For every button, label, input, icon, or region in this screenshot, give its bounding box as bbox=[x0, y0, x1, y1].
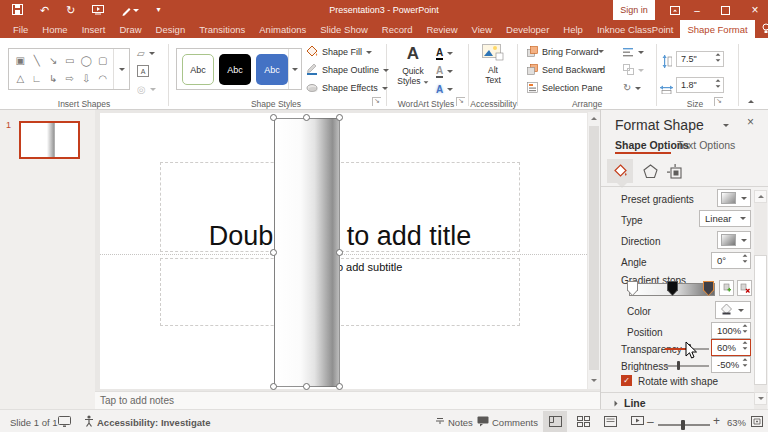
notes-toggle[interactable]: Notes bbox=[448, 417, 473, 428]
shape-styles-more-button[interactable] bbox=[288, 49, 301, 89]
shape-rectangle-icon[interactable]: ▭ bbox=[62, 51, 79, 69]
save-icon[interactable] bbox=[12, 4, 23, 17]
panel-scroll-up-icon[interactable] bbox=[754, 190, 767, 203]
rotate-button[interactable]: ↻ bbox=[623, 81, 641, 95]
collapse-ribbon-icon[interactable] bbox=[748, 100, 754, 103]
brightness-spinner[interactable] bbox=[742, 358, 748, 367]
shape-style-preset-3[interactable]: Abc bbox=[256, 54, 288, 85]
shape-handle-top-middle[interactable] bbox=[303, 114, 310, 121]
shape-triangle-icon[interactable]: △ bbox=[12, 69, 29, 87]
panel-close-icon[interactable]: × bbox=[747, 115, 754, 129]
shape-width-input[interactable]: 1.8" bbox=[676, 77, 724, 93]
type-dropdown[interactable]: Linear bbox=[699, 210, 751, 227]
normal-view-button[interactable] bbox=[543, 411, 567, 432]
undo-icon[interactable]: ↶ bbox=[40, 5, 49, 16]
tab-developer[interactable]: Developer bbox=[499, 20, 556, 38]
text-fill-button[interactable]: A bbox=[436, 46, 453, 60]
angle-spinner[interactable] bbox=[742, 254, 748, 263]
shape-outline-button[interactable]: Shape Outline bbox=[306, 63, 389, 77]
size-dialog-launcher[interactable] bbox=[714, 97, 723, 106]
shape-style-preset-2[interactable]: Abc bbox=[219, 54, 251, 85]
send-backward-button[interactable]: Send Backward bbox=[527, 63, 607, 77]
quick-styles-button[interactable]: A QuickStyles bbox=[394, 44, 432, 98]
sign-in-button[interactable]: Sign in bbox=[613, 0, 655, 20]
brightness-slider-handle[interactable] bbox=[677, 361, 680, 370]
title-placeholder[interactable]: Double tap to add title bbox=[160, 162, 520, 252]
shape-handle-bottom-right[interactable] bbox=[336, 383, 343, 390]
text-effects-button[interactable]: A bbox=[436, 82, 453, 96]
shape-height-input[interactable]: 7.5" bbox=[676, 51, 724, 67]
brightness-slider[interactable] bbox=[665, 365, 709, 367]
shape-styles-dialog-launcher[interactable] bbox=[372, 97, 381, 106]
subtitle-placeholder[interactable]: Double tap to add subtitle bbox=[160, 258, 520, 326]
zoom-slider-handle[interactable] bbox=[681, 420, 685, 430]
close-button[interactable]: × bbox=[742, 0, 768, 20]
fit-slide-to-window-icon[interactable] bbox=[751, 416, 763, 429]
panel-scroll-down-icon[interactable] bbox=[754, 392, 767, 405]
alt-text-button[interactable]: AltText bbox=[476, 44, 510, 98]
minimize-button[interactable]: – bbox=[684, 0, 710, 20]
tab-file[interactable]: File bbox=[6, 20, 35, 38]
tab-review[interactable]: Review bbox=[419, 20, 464, 38]
position-spinner[interactable] bbox=[742, 324, 748, 333]
tab-draw[interactable]: Draw bbox=[112, 20, 148, 38]
tab-design[interactable]: Design bbox=[149, 20, 193, 38]
shape-handle-middle-right[interactable] bbox=[336, 249, 343, 256]
slide-thumbnail[interactable] bbox=[19, 121, 80, 159]
shape-handle-middle-left[interactable] bbox=[270, 249, 277, 256]
group-button[interactable] bbox=[623, 63, 644, 77]
zoom-percentage[interactable]: 63% bbox=[727, 417, 746, 428]
shape-elbow-icon[interactable]: ∟ bbox=[29, 69, 46, 87]
shape-rounded-rect-icon[interactable]: ▢ bbox=[95, 51, 112, 69]
shape-elbow-arrow-icon[interactable]: ↳ bbox=[45, 69, 62, 87]
customize-qat-icon[interactable]: ▾ bbox=[156, 6, 160, 14]
maximize-button[interactable] bbox=[712, 0, 738, 20]
slide-sorter-view-button[interactable] bbox=[571, 411, 595, 432]
reading-view-button[interactable] bbox=[598, 411, 622, 432]
brightness-input[interactable]: -50% bbox=[711, 356, 751, 373]
shape-effects-button[interactable]: Shape Effects bbox=[306, 81, 388, 95]
scrollbar-thumb[interactable] bbox=[589, 126, 599, 370]
tab-record[interactable]: Record bbox=[375, 20, 420, 38]
transparency-input[interactable]: 60% bbox=[711, 339, 751, 356]
tab-help[interactable]: Help bbox=[556, 20, 590, 38]
shape-handle-top-left[interactable] bbox=[270, 114, 277, 121]
accessibility-status[interactable]: Accessibility: Investigate bbox=[97, 417, 211, 428]
merge-shapes-button[interactable]: ◎ bbox=[137, 82, 156, 96]
draw-pen-icon[interactable] bbox=[121, 5, 139, 16]
angle-input[interactable]: 0° bbox=[711, 252, 751, 269]
selection-pane-button[interactable]: Selection Pane bbox=[527, 81, 603, 95]
tab-animations[interactable]: Animations bbox=[252, 20, 313, 38]
panel-scrollbar[interactable] bbox=[754, 190, 767, 409]
comments-toggle[interactable]: Comments bbox=[492, 417, 538, 428]
remove-gradient-stop-button[interactable] bbox=[737, 280, 752, 296]
panel-collapse-icon[interactable] bbox=[723, 124, 729, 127]
tab-inknoe-classpoint[interactable]: Inknoe ClassPoint bbox=[590, 20, 681, 38]
slide-counter[interactable]: Slide 1 of 1 bbox=[10, 417, 58, 428]
shape-arrow-line-icon[interactable]: ↘ bbox=[45, 51, 62, 69]
tab-shape-format[interactable]: Shape Format bbox=[680, 20, 754, 38]
tab-home[interactable]: Home bbox=[35, 20, 74, 38]
shape-handle-bottom-left[interactable] bbox=[270, 383, 277, 390]
notes-pane[interactable]: Tap to add notes bbox=[95, 391, 600, 409]
rotate-with-shape-checkbox[interactable]: ✓ bbox=[621, 375, 632, 386]
fill-line-tab-icon[interactable] bbox=[607, 159, 633, 183]
tell-me-box[interactable]: Tell me bbox=[755, 20, 768, 38]
tab-view[interactable]: View bbox=[465, 20, 499, 38]
shapes-gallery[interactable]: ▣ ╲ ↘ ▭ ◯ ▢ △ ∟ ↳ ⇨ ⇩ ◠ bbox=[8, 48, 130, 90]
shape-down-arrow-icon[interactable]: ⇩ bbox=[78, 69, 95, 87]
panel-scrollbar-thumb[interactable] bbox=[754, 255, 767, 385]
shape-textbox-icon[interactable]: ▣ bbox=[12, 51, 29, 69]
shape-right-arrow-icon[interactable]: ⇨ bbox=[62, 69, 79, 87]
shape-handle-bottom-middle[interactable] bbox=[303, 383, 310, 390]
shape-handle-top-right[interactable] bbox=[336, 114, 343, 121]
zoom-out-button[interactable]: – bbox=[647, 415, 654, 429]
scroll-down-icon[interactable] bbox=[588, 374, 600, 387]
wordart-dialog-launcher[interactable] bbox=[456, 97, 465, 106]
position-input[interactable]: 100% bbox=[711, 322, 751, 339]
tab-insert[interactable]: Insert bbox=[75, 20, 113, 38]
shape-oval-icon[interactable]: ◯ bbox=[78, 51, 95, 69]
shape-fill-button[interactable]: Shape Fill bbox=[306, 45, 372, 59]
shape-freeform-icon[interactable]: ◠ bbox=[95, 69, 112, 87]
bring-forward-dropdown[interactable] bbox=[598, 50, 604, 53]
